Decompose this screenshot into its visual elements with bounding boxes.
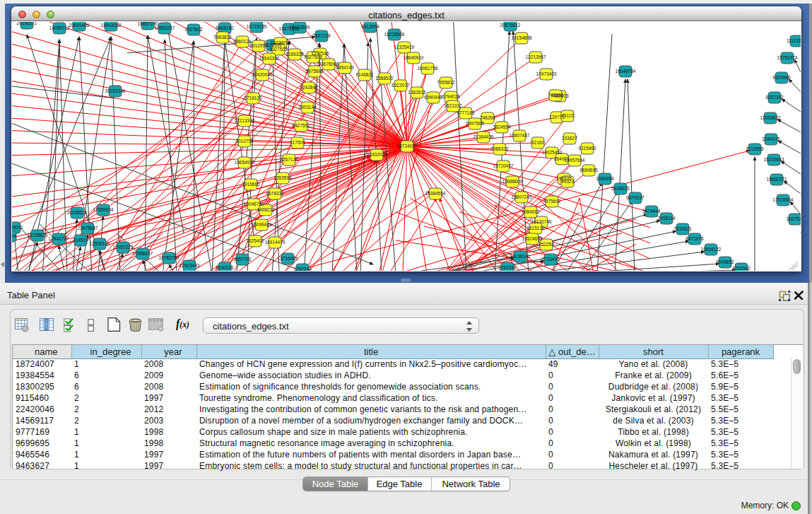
svg-text:75115: 75115 (561, 113, 574, 118)
svg-text:6794028: 6794028 (442, 94, 460, 99)
svg-text:12942737: 12942737 (49, 236, 69, 241)
svg-text:16543382: 16543382 (259, 56, 280, 61)
svg-text:7975692: 7975692 (543, 199, 561, 204)
svg-text:23302035: 23302035 (367, 152, 387, 157)
svg-text:12213967: 12213967 (526, 54, 546, 59)
svg-text:7857224: 7857224 (312, 33, 331, 38)
svg-text:19654933: 19654933 (235, 160, 255, 165)
svg-text:252254: 252254 (539, 242, 554, 247)
svg-text:18807249: 18807249 (512, 194, 532, 199)
svg-text:2718126: 2718126 (244, 95, 262, 100)
svg-text:20691406: 20691406 (69, 23, 90, 28)
svg-text:12213302: 12213302 (235, 118, 255, 123)
svg-text:16648784: 16648784 (616, 69, 636, 74)
svg-text:13524651: 13524651 (522, 236, 543, 241)
svg-text:12093822: 12093822 (760, 115, 781, 120)
svg-text:9084067: 9084067 (522, 209, 540, 214)
svg-text:3267130: 3267130 (280, 157, 298, 162)
svg-text:16099489: 16099489 (252, 222, 272, 227)
svg-text:16782759: 16782759 (159, 255, 180, 260)
svg-text:9115460: 9115460 (579, 146, 596, 151)
svg-text:1292344: 1292344 (293, 267, 312, 271)
svg-text:9327503: 9327503 (269, 47, 288, 52)
svg-text:6322037: 6322037 (392, 83, 410, 88)
svg-text:117006: 117006 (290, 140, 305, 145)
svg-text:1244415: 1244415 (762, 136, 780, 141)
svg-text:14136141: 14136141 (510, 254, 531, 259)
svg-text:9245652: 9245652 (716, 259, 734, 264)
svg-text:13716485: 13716485 (278, 256, 298, 261)
svg-text:1640954: 1640954 (596, 176, 614, 181)
svg-text:1010754: 1010754 (235, 139, 254, 144)
svg-text:10807487: 10807487 (510, 133, 530, 138)
svg-text:19957664: 19957664 (565, 158, 585, 163)
svg-text:15692371: 15692371 (767, 177, 787, 182)
svg-text:39154: 39154 (12, 233, 16, 238)
svg-text:1733436: 1733436 (541, 257, 560, 262)
svg-text:6990448: 6990448 (424, 95, 442, 100)
svg-text:3215955: 3215955 (746, 146, 764, 151)
svg-text:10958107: 10958107 (133, 251, 153, 256)
svg-text:153627: 153627 (562, 136, 577, 141)
svg-text:17957223: 17957223 (113, 245, 134, 250)
svg-text:9474444: 9474444 (642, 209, 661, 214)
svg-text:12156829: 12156829 (28, 233, 48, 238)
svg-text:2803144: 2803144 (298, 105, 317, 110)
svg-text:20595571: 20595571 (17, 22, 37, 25)
svg-text:8813054: 8813054 (361, 24, 379, 29)
svg-text:8454749: 8454749 (336, 65, 354, 70)
svg-text:12505135: 12505135 (90, 241, 110, 246)
svg-text:6879197: 6879197 (626, 195, 645, 200)
svg-text:19384554: 19384554 (425, 191, 446, 196)
svg-text:8860124: 8860124 (233, 39, 252, 44)
svg-text:12923443: 12923443 (180, 263, 200, 268)
svg-text:49323: 49323 (561, 179, 574, 184)
svg-text:17016504: 17016504 (773, 197, 794, 202)
svg-text:16210643: 16210643 (764, 157, 784, 162)
svg-text:8186328: 8186328 (286, 52, 304, 57)
svg-text:9857791: 9857791 (233, 257, 252, 262)
svg-text:7632621: 7632621 (673, 226, 692, 231)
svg-text:1588520: 1588520 (375, 76, 394, 81)
svg-text:1916685: 1916685 (242, 182, 260, 187)
svg-text:5875685: 5875685 (305, 69, 324, 74)
svg-text:18943002: 18943002 (101, 23, 122, 28)
svg-text:1362615: 1362615 (408, 90, 426, 95)
svg-text:20053346: 20053346 (105, 88, 126, 93)
svg-text:7625402: 7625402 (246, 238, 264, 243)
svg-text:23975887: 23975887 (78, 226, 98, 230)
svg-text:8471076: 8471076 (686, 236, 704, 241)
svg-text:2935114: 2935114 (658, 216, 676, 221)
svg-text:5938923: 5938923 (611, 186, 630, 191)
svg-text:15751074: 15751074 (777, 55, 798, 60)
svg-text:1615132: 1615132 (526, 226, 545, 230)
svg-text:1527602: 1527602 (184, 27, 203, 32)
svg-text:10688609: 10688609 (502, 179, 523, 184)
svg-text:18724007: 18724007 (397, 144, 418, 148)
svg-text:62160: 62160 (531, 140, 544, 145)
svg-text:10653267: 10653267 (155, 25, 175, 30)
svg-text:1621022: 1621022 (444, 103, 462, 108)
svg-text:10154808: 10154808 (512, 35, 532, 40)
svg-text:114519: 114519 (73, 238, 88, 243)
svg-text:9227342: 9227342 (765, 95, 784, 100)
svg-text:2292346: 2292346 (498, 265, 517, 270)
svg-text:16033809: 16033809 (290, 25, 310, 30)
svg-text:16961758: 16961758 (418, 66, 438, 71)
svg-text:15720407: 15720407 (493, 163, 514, 168)
svg-text:9232342: 9232342 (732, 266, 751, 271)
svg-text:3624554: 3624554 (493, 124, 511, 129)
svg-text:17359934: 17359934 (93, 207, 114, 212)
svg-text:10973403: 10973403 (536, 71, 557, 76)
svg-text:10719155: 10719155 (247, 24, 267, 29)
svg-text:9329966: 9329966 (772, 75, 791, 80)
svg-text:8427552: 8427552 (292, 123, 310, 128)
svg-text:7986322: 7986322 (490, 146, 509, 151)
svg-text:9777169: 9777169 (457, 110, 475, 115)
svg-text:11121519: 11121519 (787, 38, 801, 43)
svg-text:22420046: 22420046 (252, 72, 273, 77)
svg-text:9242848: 9242848 (300, 85, 318, 90)
svg-text:21364436: 21364436 (473, 134, 494, 139)
svg-text:10654122: 10654122 (701, 247, 722, 252)
svg-text:10025453: 10025453 (542, 150, 563, 155)
